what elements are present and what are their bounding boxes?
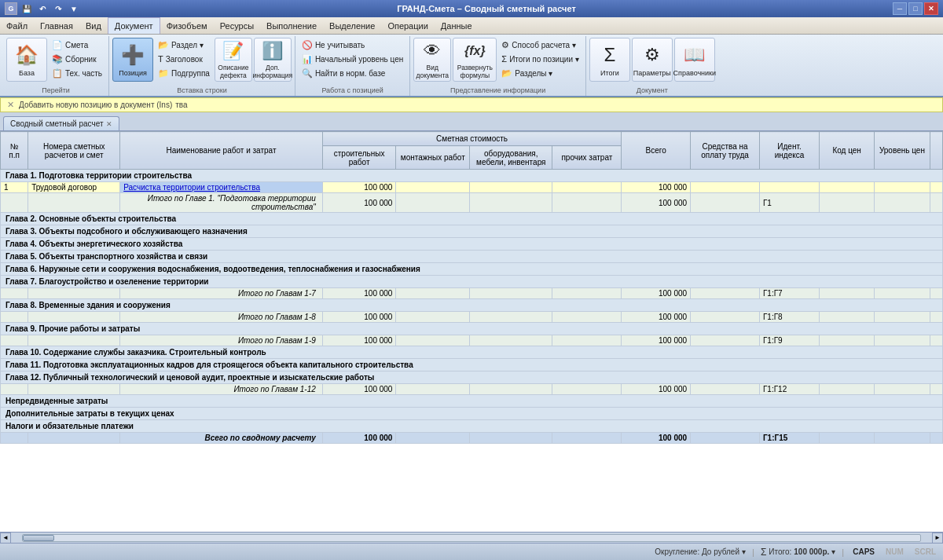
- ribbon-btn-smeta[interactable]: 📄 Смета: [49, 38, 105, 52]
- table-cell[interactable]: [552, 182, 622, 193]
- table-cell: [1, 384, 28, 395]
- menu-vypolnenie[interactable]: Выполнение: [260, 17, 323, 34]
- ribbon-btn-sposob-rascheta[interactable]: ⚙ Способ расчета ▾: [498, 38, 582, 52]
- table-cell: [470, 312, 552, 323]
- ribbon-btn-itogi-pozicii[interactable]: Σ Итоги по позиции ▾: [498, 52, 582, 66]
- table-cell: [691, 433, 760, 444]
- ribbon-btn-nach-uroven[interactable]: 📊 Начальный уровень цен: [299, 52, 406, 66]
- table-cell[interactable]: [691, 182, 760, 193]
- ribbon-btn-teh-chast[interactable]: 📋 Тех. часть: [49, 66, 105, 80]
- table-cell: 100 000: [322, 193, 396, 213]
- table-cell[interactable]: [759, 182, 819, 193]
- quick-save[interactable]: 💾: [20, 2, 33, 15]
- table-cell: [875, 288, 930, 299]
- ribbon-btn-zagolovok[interactable]: T Заголовок: [155, 52, 213, 66]
- table-cell[interactable]: Расчистка территории строительства: [120, 182, 323, 193]
- scroll-thumb[interactable]: [23, 535, 54, 541]
- table-cell[interactable]: [396, 182, 470, 193]
- ribbon-btn-formula[interactable]: {fx} Развернуть формулы: [453, 38, 497, 82]
- table-cell[interactable]: [875, 182, 930, 193]
- ribbon-btn-parametry[interactable]: ⚙ Параметры: [632, 38, 673, 82]
- quick-redo[interactable]: ↷: [52, 2, 64, 15]
- table-cell: [875, 193, 930, 213]
- table-cell: [930, 312, 942, 323]
- ribbon-group-vstavka: ➕ Позиция 📂 Раздел ▾ T Заголовок 📁 Подгр…: [109, 36, 295, 96]
- table-row: Глава 7. Благоустройство и озеленение те…: [1, 276, 943, 288]
- tooltip-close[interactable]: ✕: [7, 100, 14, 110]
- table-cell[interactable]: 1: [1, 182, 28, 193]
- smeta-icon: 📄: [52, 40, 63, 50]
- scroll-left-arrow[interactable]: ◄: [0, 533, 11, 544]
- spravochniki-icon: 📖: [682, 42, 707, 68]
- table-row: Непредвиденные затраты: [1, 395, 943, 408]
- ribbon-btn-spravochniki[interactable]: 📖 Справочники: [674, 38, 715, 82]
- ribbon-group-doc: Σ Итоги ⚙ Параметры 📖 Справочники Докуме…: [586, 36, 718, 96]
- table-cell: [1, 433, 28, 444]
- table-cell[interactable]: 100 000: [322, 182, 396, 193]
- status-sep1: |: [752, 547, 754, 557]
- table-cell: [396, 335, 470, 346]
- poziciya-icon: ➕: [120, 42, 145, 68]
- menu-view[interactable]: Вид: [79, 17, 108, 34]
- table-cell[interactable]: Трудовой договор: [28, 182, 120, 193]
- ribbon-btn-base[interactable]: 🏠 База: [6, 38, 47, 82]
- ribbon-btn-najti-norm[interactable]: 🔍 Найти в норм. базе: [299, 66, 406, 80]
- ribbon-btn-ne-uchityvat[interactable]: 🚫 Не учитывать: [299, 38, 406, 52]
- horizontal-scrollbar[interactable]: ◄ ►: [0, 532, 943, 543]
- table-cell[interactable]: 100 000: [622, 182, 691, 193]
- tab-main-label: Сводный сметный расчет: [10, 119, 103, 128]
- minimize-button[interactable]: ─: [893, 2, 907, 15]
- scroll-right-arrow[interactable]: ►: [932, 533, 943, 544]
- table-cell[interactable]: [470, 182, 552, 193]
- ribbon-group-label-vstavka: Вставка строки: [112, 86, 292, 96]
- quick-menu[interactable]: ▼: [68, 2, 80, 15]
- tab-main[interactable]: Сводный сметный расчет ✕: [3, 116, 119, 130]
- menu-vydelenie[interactable]: Выделение: [323, 17, 381, 34]
- table-row: Глава 5. Объекты транспортного хозяйства…: [1, 251, 943, 263]
- ribbon-btn-dop-info[interactable]: ℹ️ Доп. информация: [254, 38, 292, 82]
- ribbon-btn-poziciya[interactable]: ➕ Позиция: [112, 38, 153, 82]
- menu-dannye[interactable]: Данные: [435, 17, 479, 34]
- table-cell: [28, 288, 120, 299]
- close-button[interactable]: ✕: [924, 2, 938, 15]
- total-dropdown[interactable]: ▾: [831, 547, 835, 556]
- chapter-header: Налоги и обязательные платежи: [1, 420, 943, 433]
- ribbon-btn-sbornik[interactable]: 📚 Сборник: [49, 52, 105, 66]
- table-cell: [28, 193, 120, 213]
- menu-document[interactable]: Документ: [108, 17, 160, 34]
- tab-close-icon[interactable]: ✕: [106, 120, 112, 128]
- table-cell: 100 000: [322, 384, 396, 395]
- ribbon-btn-podgruppa[interactable]: 📁 Подгруппа: [155, 66, 213, 80]
- ribbon-btn-opisanie[interactable]: 📝 Описание дефекта: [215, 38, 252, 82]
- table-cell[interactable]: [930, 182, 942, 193]
- quick-undo[interactable]: ↶: [36, 2, 49, 15]
- ribbon-btn-itogi[interactable]: Σ Итоги: [589, 38, 630, 82]
- table-cell: [552, 288, 622, 299]
- chapter-header: Глава 5. Объекты транспортного хозяйства…: [1, 251, 943, 263]
- table-cell: [1, 288, 28, 299]
- chapter-header: Глава 7. Благоустройство и озеленение те…: [1, 276, 943, 288]
- scroll-track[interactable]: [22, 534, 921, 542]
- menu-operacii[interactable]: Операции: [381, 17, 434, 34]
- menu-home[interactable]: Главная: [34, 17, 79, 34]
- ribbon-btn-vid-doc[interactable]: 👁 Вид документа: [413, 38, 451, 82]
- ribbon-group-label-pred: Представление информации: [413, 86, 582, 96]
- table-cell: [875, 384, 930, 395]
- table-cell: [396, 193, 470, 213]
- ribbon-btn-razdel[interactable]: 📂 Раздел ▾: [155, 38, 213, 52]
- maximize-button[interactable]: □: [908, 2, 923, 15]
- menu-fizobem[interactable]: Физобъем: [160, 17, 214, 34]
- table-cell: [691, 335, 760, 346]
- ribbon-btn-razdely[interactable]: 📂 Разделы ▾: [498, 66, 582, 80]
- table-row: Итого по Главам 1-7100 000100 000Г1:Г7: [1, 288, 943, 299]
- title-text: ГРАНД-Смета – Сводный сметный расчет: [397, 4, 576, 13]
- menu-resursy[interactable]: Ресурсы: [214, 17, 260, 34]
- rounding-dropdown[interactable]: ▾: [742, 547, 746, 556]
- table-cell: [552, 335, 622, 346]
- chapter-header: Глава 8. Временные здания и сооружения: [1, 299, 943, 312]
- table-cell[interactable]: [820, 182, 875, 193]
- sigma-icon: Σ: [761, 547, 766, 558]
- table-body: Глава 1. Подготовка территории строитель…: [1, 170, 943, 444]
- table-row: Дополнительные затраты в текущих ценах: [1, 408, 943, 420]
- menu-file[interactable]: Файл: [0, 17, 34, 34]
